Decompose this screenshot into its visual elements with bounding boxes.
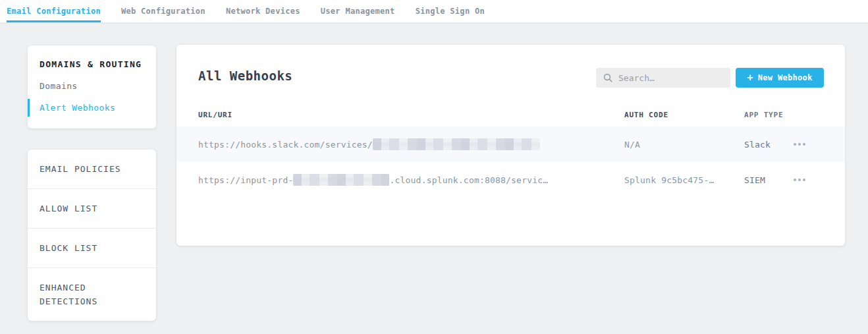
column-header-auth-code: AUTH CODE: [624, 111, 668, 119]
redacted-url-segment: [373, 138, 540, 150]
sidebar-item-enhanced-detections[interactable]: ENHANCED DETECTIONS: [28, 267, 156, 321]
webhook-url: https://input-prd-.cloud.splunk.com:8088…: [198, 174, 548, 186]
tab-web-configuration[interactable]: Web Configuration: [121, 0, 205, 22]
row-actions-ellipsis-icon[interactable]: [791, 139, 808, 150]
sidebar-item-block-list[interactable]: BLOCK LIST: [28, 228, 156, 267]
top-nav: Email Configuration Web Configuration Ne…: [0, 0, 868, 22]
tab-network-devices[interactable]: Network Devices: [226, 0, 300, 22]
tab-email-configuration[interactable]: Email Configuration: [7, 0, 101, 22]
tab-single-sign-on[interactable]: Single Sign On: [416, 0, 485, 22]
sidebar-item-alert-webhooks[interactable]: Alert Webhooks: [28, 99, 156, 117]
table-row: https://hooks.slack.com/services/ N/A Sl…: [176, 126, 845, 162]
sidebar-item-domains[interactable]: Domains: [40, 81, 156, 91]
table-header: URL/URI AUTH CODE APP TYPE: [176, 108, 845, 124]
webhook-auth-code: Splunk 9c5bc475-…: [624, 175, 714, 185]
new-webhook-button-label: New Webhook: [758, 73, 813, 82]
webhook-app-type: SIEM: [744, 175, 765, 185]
search-icon: [603, 73, 612, 82]
webhook-url-prefix: https://input-prd-: [198, 175, 293, 185]
column-header-app-type: APP TYPE: [744, 111, 783, 119]
table-row: https://input-prd-.cloud.splunk.com:8088…: [176, 162, 845, 198]
webhooks-panel: All Webhooks + New Webhook URL/URI AUTH …: [176, 45, 845, 246]
new-webhook-button[interactable]: + New Webhook: [736, 68, 824, 88]
sidebar-item-allow-list[interactable]: ALLOW LIST: [28, 188, 156, 228]
sidebar-item-email-policies[interactable]: EMAIL POLICIES: [28, 150, 156, 188]
webhook-app-type: Slack: [744, 140, 771, 150]
row-actions-ellipsis-icon[interactable]: [791, 175, 808, 185]
column-header-url: URL/URI: [198, 111, 232, 119]
search-input[interactable]: [618, 73, 723, 83]
sidebar-domains-routing-card: DOMAINS & ROUTING Domains Alert Webhooks: [28, 45, 156, 128]
tab-user-management[interactable]: User Management: [321, 0, 395, 22]
webhook-url-suffix: .cloud.splunk.com:8088/servic…: [389, 175, 548, 185]
webhook-url-prefix: https://hooks.slack.com/services/: [198, 140, 373, 150]
sidebar-section-title: DOMAINS & ROUTING: [40, 59, 156, 69]
plus-icon: +: [747, 73, 753, 83]
page-title: All Webhooks: [198, 69, 292, 83]
search-box[interactable]: [596, 68, 730, 88]
sidebar-policies-card: EMAIL POLICIES ALLOW LIST BLOCK LIST ENH…: [28, 150, 156, 321]
webhook-url: https://hooks.slack.com/services/: [198, 138, 540, 150]
redacted-url-segment: [293, 174, 389, 186]
webhook-auth-code: N/A: [624, 140, 640, 150]
